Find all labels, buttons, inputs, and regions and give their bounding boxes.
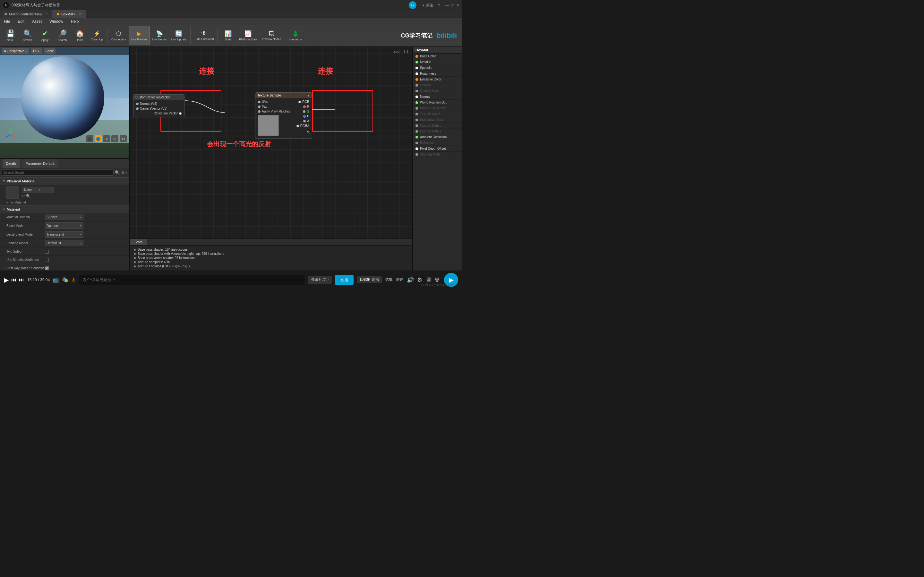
fast-forward-btn[interactable]: ⏭ <box>19 277 24 283</box>
menu-window[interactable]: Window <box>48 19 65 24</box>
rp-item-shading[interactable]: Shading Model <box>413 152 462 157</box>
rp-item-world-disp[interactable]: World Displaceme... <box>413 105 462 111</box>
crv-node[interactable]: CustomReflectionVector Normal (V3) Camer… <box>133 94 184 117</box>
quality-badge[interactable]: 1080P 高清 <box>357 276 382 283</box>
vp-ctrl-btn-4[interactable]: ▷ <box>111 135 118 142</box>
nuclear-icon[interactable]: ☢ <box>435 276 439 284</box>
rp-item-custom1[interactable]: Custom Data 1 <box>413 129 462 134</box>
theater-icon[interactable]: 🖥 <box>425 276 431 283</box>
two-sided-checkbox[interactable] <box>45 250 49 253</box>
speed-btn[interactable]: 倍速 <box>396 277 404 282</box>
stats-tab[interactable]: Stats <box>130 239 147 245</box>
lit-btn[interactable]: Lit ▼ <box>31 48 42 54</box>
minimize-btn[interactable]: — <box>445 3 449 7</box>
liveupdate-button[interactable]: 🔄 Live Update <box>169 26 188 45</box>
section-physical-material[interactable]: ▼ Physical Material <box>0 177 129 185</box>
search-button[interactable]: 🔎 Search <box>54 26 71 45</box>
close-btn[interactable]: × <box>457 3 459 7</box>
perspective-mode-btn[interactable]: ◉ Perspective ▼ <box>2 48 29 54</box>
mat-domain-select[interactable]: Surface ▼ <box>45 214 83 220</box>
apply-button[interactable]: ✔ Apply <box>37 26 53 45</box>
phys-reset-icon[interactable]: ↩ <box>22 194 25 198</box>
player-icon-2[interactable]: 🎭 <box>62 277 68 283</box>
follow-btn[interactable]: ＋ 关注 <box>422 3 433 8</box>
play-btn[interactable]: ▶ <box>4 276 9 284</box>
texture-sample-node[interactable]: Texture Sample ▲ UVs Tex Apply <box>255 92 312 139</box>
browse-button[interactable]: 🔍 Browse <box>19 26 36 45</box>
settings-icon[interactable]: ⚙ <box>417 276 422 284</box>
skip-back-btn[interactable]: ⏮ <box>11 277 16 283</box>
send-btn[interactable]: 发送 <box>335 275 354 285</box>
crv-pin-camera: CameraVector (V3) <box>135 106 183 111</box>
previewnodes-button[interactable]: 🖼 Preview Nodes <box>260 26 283 45</box>
tab-parameter-default[interactable]: Parameter Default: <box>23 159 58 168</box>
tab-motioncontrollermap[interactable]: MotionControllerMap × <box>0 10 52 18</box>
world-pos-label: World Position O... <box>420 101 447 104</box>
rp-item-roughness[interactable]: Roughness <box>413 71 462 77</box>
select-episode-btn[interactable]: 选集 <box>385 277 393 282</box>
subtitle-input-area[interactable]: 发个弹幕见证当下 <box>79 275 304 285</box>
livenodes-button[interactable]: 📡 Live Nodes <box>150 26 168 45</box>
rp-item-subsurface[interactable]: Subsurface Color <box>413 117 462 123</box>
filter-icon[interactable]: ≡ <box>126 171 128 174</box>
livepreview-button[interactable]: ▶ Live Preview <box>129 26 150 45</box>
search-icon-details[interactable]: 🔍 <box>115 170 120 175</box>
help-btn[interactable]: ? <box>438 3 440 7</box>
phys-mat-none-select[interactable]: None ▼ <box>22 187 54 193</box>
use-mat-attrs-checkbox[interactable] <box>45 258 49 262</box>
vp-ctrl-btn-5[interactable]: ⊡ <box>120 135 127 142</box>
rp-item-metallic[interactable]: Metallic <box>413 59 462 65</box>
rp-item-normal[interactable]: Normal <box>413 94 462 100</box>
uvs-label: UVs <box>262 100 268 103</box>
rp-item-tessellation[interactable]: Tessellation M... <box>413 111 462 117</box>
vp-ctrl-btn-1[interactable]: ⬛ <box>86 135 94 142</box>
rp-item-emissive[interactable]: Emissive Color <box>413 77 462 82</box>
menu-edit[interactable]: Edit <box>16 19 26 24</box>
volume-icon[interactable]: 🔊 <box>407 276 414 284</box>
rp-item-base-color[interactable]: Base Color <box>413 53 462 59</box>
home-button[interactable]: 🏠 Home <box>71 26 88 45</box>
rp-item-world-pos[interactable]: World Position O... <box>413 100 462 105</box>
stats-dot-4 <box>134 261 136 263</box>
blend-mode-select[interactable]: Opaque ▼ <box>45 222 83 229</box>
subtitle-options-btn[interactable]: 弹幕礼义 › <box>308 276 332 284</box>
rp-item-opacity[interactable]: Opacity <box>413 82 462 88</box>
menu-asset[interactable]: Asset <box>31 19 43 24</box>
save-button[interactable]: 💾 Save <box>2 26 19 45</box>
vp-ctrl-btn-2[interactable]: 🔵 <box>95 135 102 142</box>
grid-view-icon[interactable]: ⊞ <box>121 171 124 175</box>
decal-blend-select[interactable]: Translucend ▼ <box>45 231 83 237</box>
rp-item-custom0[interactable]: Custom Data 0 <box>413 123 462 129</box>
search-details-input[interactable] <box>2 169 113 176</box>
menu-file[interactable]: File <box>3 19 11 24</box>
rp-item-ambient-occ[interactable]: Ambient Occlusion <box>413 134 462 140</box>
hideunrelated-button[interactable]: 👁 Hide Unrelated <box>192 26 216 45</box>
show-btn[interactable]: Show <box>44 48 55 54</box>
avatar-icon[interactable]: G <box>409 1 417 9</box>
section-material[interactable]: ▼ Material <box>0 205 129 213</box>
rp-item-opacity-mask[interactable]: Opacity Mask <box>413 88 462 94</box>
texture-collapse-btn[interactable]: ▲ <box>307 94 310 97</box>
rp-item-refraction[interactable]: Refraction <box>413 140 462 146</box>
tab-close-boxmat[interactable]: × <box>79 12 81 16</box>
cast-ray-traced-checkbox[interactable] <box>45 266 49 270</box>
rp-item-pixel-depth[interactable]: Pixel Depth Offset <box>413 146 462 152</box>
connectors-button[interactable]: ⬡ Connectors <box>110 26 128 45</box>
menu-help[interactable]: Help <box>69 19 80 24</box>
phys-search-icon[interactable]: 🔍 <box>26 194 31 198</box>
shading-model-select[interactable]: Default Lit ▼ <box>45 240 83 246</box>
cleanup-button[interactable]: ⚡ Clean Up <box>89 26 105 45</box>
platformstats-button[interactable]: 📈 Platform Stats <box>237 26 259 45</box>
tab-boxmat[interactable]: BoxMat+ × <box>52 10 86 18</box>
vp-ctrl-btn-3[interactable]: ◁ <box>103 135 110 142</box>
prop-decal-blend-mode: Decal Blend Mode Translucend ▼ <box>0 230 129 239</box>
tab-close[interactable]: × <box>45 12 47 16</box>
rp-item-specular[interactable]: Specular <box>413 65 462 71</box>
maximize-btn[interactable]: □ <box>452 3 454 7</box>
hierarchy-button[interactable]: 🌲 Hierarchy <box>287 26 304 45</box>
tab-details[interactable]: Details <box>3 159 20 168</box>
decal-blend-val: Translucend <box>47 233 64 236</box>
ts-out-a: A <box>300 119 310 123</box>
player-icon-1[interactable]: 📺 <box>53 277 59 283</box>
stats-button[interactable]: 📊 Stats <box>220 26 236 45</box>
